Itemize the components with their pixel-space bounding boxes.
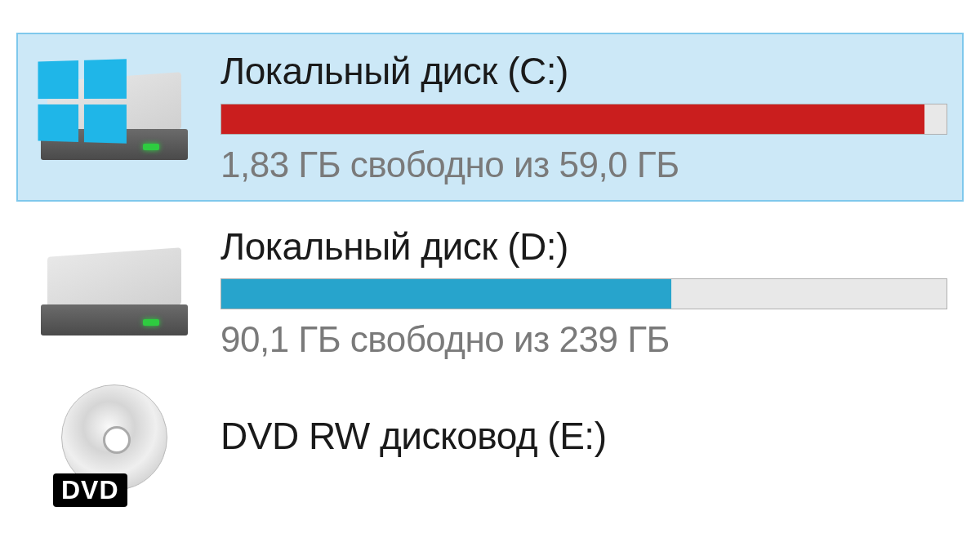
system-drive-icon [33, 52, 196, 183]
dvd-drive-icon: DVD [33, 401, 196, 482]
storage-bar [220, 278, 947, 309]
drive-label: DVD RW дисковод (E:) [220, 415, 947, 457]
drive-label: Локальный диск (C:) [220, 51, 947, 92]
drive-status: 1,83 ГБ свободно из 59,0 ГБ [220, 144, 947, 185]
hdd-icon [33, 228, 196, 358]
storage-bar [220, 104, 947, 135]
drive-item-d[interactable]: Локальный диск (D:) 90,1 ГБ свободно из … [16, 208, 964, 377]
drive-item-e[interactable]: DVD DVD RW дисковод (E:) [16, 383, 964, 484]
storage-fill [221, 279, 671, 309]
drive-label: Локальный диск (D:) [220, 226, 947, 268]
storage-fill [221, 104, 924, 134]
windows-logo-icon [38, 60, 127, 144]
drive-item-c[interactable]: Локальный диск (C:) 1,83 ГБ свободно из … [16, 33, 964, 202]
dvd-badge-icon: DVD [53, 473, 127, 507]
drive-status: 90,1 ГБ свободно из 239 ГБ [220, 319, 947, 360]
